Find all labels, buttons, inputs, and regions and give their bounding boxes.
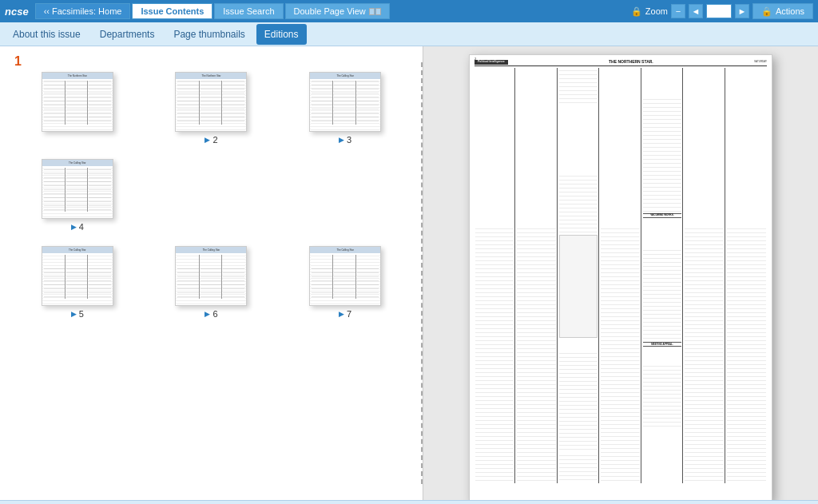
double-page-view-label: Double Page View (294, 6, 366, 16)
tab-page-thumbnails[interactable]: Page thumbnails (165, 24, 252, 45)
edition-item-4[interactable]: The Calling Star ▶ 4 (14, 159, 141, 232)
edition-label-3: ▶ 3 (339, 135, 351, 145)
page-number: 2 (475, 58, 476, 61)
actions-label: Actions (776, 6, 804, 16)
newspaper-col-1 (475, 68, 515, 483)
lock-icon-2: 🔒 (761, 6, 772, 17)
edition-num-7: 7 (347, 309, 351, 319)
newspaper-page: 2 Political Intelligence THE NORTHERN ST… (469, 54, 772, 500)
edition-num-4: 4 (79, 222, 84, 232)
tab-editions[interactable]: Editions (256, 24, 307, 45)
newspaper-col-6 (684, 68, 725, 483)
edition-item-2[interactable]: The Northern Star ▶ 2 (149, 72, 275, 145)
newspaper-date-header: SATURDAY (754, 61, 767, 64)
edition-label-6: ▶ 6 (204, 309, 217, 319)
edition-num-5: 5 (79, 309, 84, 319)
edition-thumb-4[interactable]: The Calling Star (42, 159, 113, 219)
edition-thumb-3[interactable]: The Calling Star (309, 72, 381, 132)
edition-arrow-5: ▶ (71, 310, 77, 318)
zoom-input[interactable] (706, 4, 732, 18)
secondary-tab-bar: About this issue Departments Page thumbn… (0, 22, 818, 46)
edition-num-3: 3 (347, 135, 351, 145)
page-next-button[interactable]: ► (735, 4, 749, 18)
edition-label-4: ▶ 4 (71, 222, 84, 232)
double-page-view-button[interactable]: Double Page View (285, 3, 390, 19)
edition-thumb-7[interactable]: The Calling Star (309, 246, 381, 306)
newspaper-col-2 (516, 68, 557, 483)
panel-divider (421, 62, 423, 484)
top-navigation-bar: ncse ‹‹ Facsimiles: Home Issue Contents … (0, 0, 818, 22)
edition-label-5: ▶ 5 (71, 309, 84, 319)
edition-arrow-7: ▶ (339, 310, 344, 318)
tab-departments[interactable]: Departments (92, 24, 163, 45)
newspaper-col-7 (726, 68, 767, 483)
tab-about-issue[interactable]: About this issue (5, 24, 89, 45)
newspaper-highlighted-header: Political Intelligence (475, 60, 508, 65)
edition-thumb-2[interactable]: The Northern Star (175, 72, 247, 132)
edition-arrow-3: ▶ (339, 136, 344, 144)
edition-arrow-6: ▶ (204, 310, 210, 318)
double-page-icon (369, 8, 381, 15)
edition-thumb-1[interactable]: The Northern Star (42, 72, 113, 132)
edition-label-2: ▶ 2 (204, 135, 217, 145)
edition-item-1[interactable]: The Northern Star (14, 72, 141, 145)
edition-arrow-4: ▶ (71, 223, 77, 231)
edition-num-2: 2 (212, 135, 217, 145)
edition-item-5[interactable]: The Calling Star ▶ 5 (14, 246, 141, 319)
site-logo: ncse (5, 6, 29, 18)
edition-item-6[interactable]: The Calling Star ▶ 6 (149, 246, 275, 319)
zoom-label: Zoom (645, 6, 668, 16)
issue-contents-button[interactable]: Issue Contents (132, 3, 212, 19)
edition-thumb-6[interactable]: The Calling Star (175, 246, 247, 306)
facsimiles-home-button[interactable]: ‹‹ Facsimiles: Home (35, 3, 131, 19)
edition-thumb-5[interactable]: The Calling Star (42, 246, 113, 306)
lock-icon: 🔒 (631, 6, 642, 17)
status-bar: Issue Title : Northern Star, and Leeds G… (0, 500, 818, 504)
newspaper-col-4 (600, 68, 641, 483)
newspaper-col-5: VACUMING WORKS. MEETING APPEAL. (642, 68, 683, 483)
issue-search-button[interactable]: Issue Search (214, 3, 283, 19)
edition-arrow-2: ▶ (204, 136, 210, 144)
newspaper-col-3 (558, 68, 599, 483)
newspaper-columns: VACUMING WORKS. MEETING APPEAL. (475, 68, 767, 483)
editions-panel: 1 The Northern Star (0, 46, 423, 500)
edition-num-6: 6 (212, 309, 217, 319)
actions-button[interactable]: 🔒 Actions (752, 3, 813, 19)
newspaper-view-panel: 2 Political Intelligence THE NORTHERN ST… (423, 46, 818, 500)
edition-label-7: ▶ 7 (339, 309, 351, 319)
edition-item-7[interactable]: The Calling Star ▶ 7 (282, 246, 408, 319)
main-content: 1 The Northern Star (0, 46, 818, 500)
newspaper-title: THE NORTHERN STAR. (508, 61, 754, 64)
edition-number-1: 1 (14, 54, 415, 69)
zoom-minus-button[interactable]: − (671, 4, 685, 18)
page-prev-button[interactable]: ◄ (689, 4, 703, 18)
zoom-controls: 🔒 Zoom − ◄ ► 🔒 Actions (631, 3, 813, 19)
edition-item-3[interactable]: The Calling Star ▶ 3 (282, 72, 408, 145)
